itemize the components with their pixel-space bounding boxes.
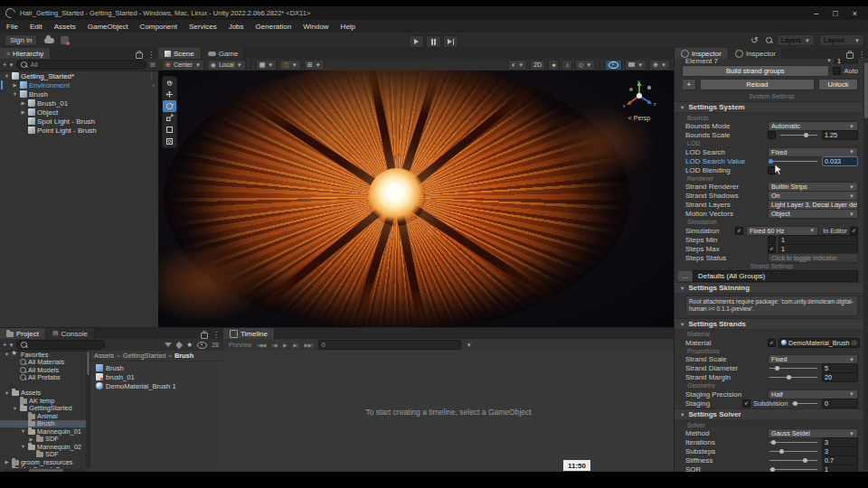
hand-tool-button[interactable] <box>163 77 176 89</box>
project-tree-item[interactable]: All Models <box>0 366 90 374</box>
breadcrumb[interactable]: Assets> GettingStarted> Brush <box>90 351 223 361</box>
slider-knob[interactable] <box>779 449 784 454</box>
inspector-row[interactable]: Steps Max ✓ 1▼ 1 1 1 <box>675 244 863 253</box>
inspector-row[interactable]: Bounds Scale 1.25▼ 1.25 1.25 1.25 <box>675 131 863 140</box>
menu-item[interactable]: Generation <box>256 23 292 31</box>
menu-item[interactable]: GameObject <box>88 23 128 31</box>
inspector-row[interactable]: LOD Blending ▼ <box>675 165 863 174</box>
project-tree-item[interactable]: ▼ Assets <box>0 389 90 398</box>
project-file[interactable]: DemoMaterial_Brush 1 <box>90 381 223 390</box>
item-trailing-icon[interactable]: › <box>153 82 155 89</box>
inspector-row[interactable]: Root attachments require package: 'com.u… <box>675 295 863 317</box>
add-object-button[interactable]: + ▼ <box>3 61 14 69</box>
menu-item[interactable]: Assets <box>54 23 76 31</box>
snap-settings-dropdown[interactable]: ◫▼ <box>279 60 301 70</box>
layout-dropdown[interactable]: Layout▼ <box>819 34 864 46</box>
hierarchy-search-input[interactable]: All <box>16 60 146 70</box>
foldout-arrow-icon[interactable]: ▶ <box>28 436 34 442</box>
orientation-gizmo[interactable]: y x z < Persp <box>618 78 661 121</box>
inspector-row[interactable]: Material ✓ DemoMaterial_Brush▼ DemoMater… <box>675 338 863 347</box>
tab-inspector-1[interactable]: Inspector <box>675 48 729 59</box>
transport-button[interactable]: |◀◀ <box>258 342 266 348</box>
gizmos-dropdown[interactable]: ⊕▼ <box>649 60 670 70</box>
inspector-row[interactable]: Motion Vectors Object▼ Object Object Obj… <box>675 210 863 219</box>
object-reference-field[interactable]: DemoMaterial_Brush◎ <box>778 338 860 348</box>
foldout-arrow-icon[interactable]: ▼ <box>4 352 10 357</box>
inspector-row[interactable]: Staging ✓ Subdivision 0▼ 0 0 0 <box>675 399 863 408</box>
unlock-button[interactable]: Unlock <box>818 79 858 90</box>
foldout-arrow-icon[interactable]: ▼ <box>12 406 18 411</box>
inspector-row[interactable]: Staging Precision Half▼ Half Half Half <box>675 389 863 399</box>
property-checkbox[interactable]: ✓ <box>735 227 743 235</box>
project-tree-item[interactable]: ▼ Mannequin_01 <box>0 427 90 436</box>
status-button-field[interactable]: Click to toggle indicator. <box>768 253 858 263</box>
transform-tool-button[interactable] <box>163 136 176 147</box>
project-search-input[interactable] <box>16 340 105 350</box>
inspector-row[interactable]: Strand Margin 20▼ 20 20 20 <box>675 373 863 382</box>
foldout-arrow-icon[interactable]: ▶ <box>20 100 26 106</box>
build-strand-groups-button[interactable]: Build strand groups <box>682 65 829 77</box>
tab-project[interactable]: Project <box>0 328 46 339</box>
inspector-row[interactable]: LOD Search Fixed▼ Fixed Fixed Fixed <box>675 147 863 156</box>
lock-icon[interactable] <box>846 52 854 59</box>
project-tree-scrollbar[interactable] <box>86 351 90 468</box>
scene-visibility-toggle[interactable] <box>605 60 622 70</box>
property-value-field[interactable]: 1.25 <box>822 130 858 140</box>
add-button[interactable]: + <box>682 79 696 90</box>
hierarchy-item[interactable]: ▼ Getting_Started* ⋮ <box>0 71 158 80</box>
tab-scene[interactable]: Scene <box>158 48 202 59</box>
undo-history-icon[interactable]: ↺ <box>750 35 758 45</box>
save-search-icon[interactable]: ★ <box>186 341 193 349</box>
project-file[interactable]: Brush <box>90 363 223 372</box>
2d-toggle[interactable]: 2D <box>530 60 545 70</box>
cloud-services-icon[interactable] <box>44 38 54 43</box>
foldout-arrow-icon[interactable]: ▼ <box>12 91 18 97</box>
property-checkbox[interactable] <box>768 236 776 244</box>
menu-item[interactable]: Jobs <box>229 23 244 31</box>
foldout-arrow-icon[interactable]: ▼ <box>4 390 10 396</box>
project-tree-item[interactable]: ▶ groom_resources <box>0 458 90 466</box>
move-snap-dropdown[interactable]: ⊞▼ <box>304 60 325 70</box>
property-dropdown[interactable]: Fixed 60 Hz▼ <box>746 226 818 236</box>
inspector-row[interactable]: Settings Skinning ▼ <box>675 282 863 294</box>
panel-menu-icon[interactable]: ⋮ <box>858 52 865 59</box>
inspector-row[interactable]: Substeps 3▼ 3 3 3 <box>675 447 863 456</box>
layers-dropdown[interactable]: Layers▼ <box>777 34 815 46</box>
search-icon[interactable] <box>766 37 772 43</box>
inspector-row[interactable]: Settings Solver ▼ <box>675 408 863 420</box>
grid-visibility-dropdown[interactable]: ▦▼ <box>256 60 278 70</box>
handle-space-dropdown[interactable]: ◉Local▼ <box>207 60 246 70</box>
project-file[interactable]: brush_01 <box>90 372 223 381</box>
tab-inspector-2[interactable]: Inspector <box>729 48 783 59</box>
inspector-row[interactable]: Iterations 3▼ 3 3 3 <box>675 438 863 447</box>
pause-button[interactable] <box>426 35 441 48</box>
sign-in-button[interactable]: Sign in <box>5 34 37 46</box>
slider-knob[interactable] <box>771 440 776 445</box>
menu-item[interactable]: Edit <box>30 23 42 31</box>
inspector-row[interactable]: Stiffness 0.7▼ 0.7 0.7 0.7 <box>675 456 863 465</box>
foldout-arrow-icon[interactable]: ▶ <box>4 467 10 468</box>
inspector-row[interactable]: System Settings ▼ <box>675 92 863 100</box>
project-tree-item[interactable]: ▼ Favorites <box>0 351 90 359</box>
foldout-arrow-icon[interactable]: ▼ <box>4 73 10 79</box>
project-tree-item[interactable]: AK temp <box>0 397 90 405</box>
hierarchy-item[interactable]: Spot Light - Brush <box>0 117 158 126</box>
rect-tool-button[interactable] <box>163 124 176 136</box>
transport-button[interactable]: ▶| <box>293 342 297 348</box>
slider-knob[interactable] <box>775 366 779 371</box>
frame-number-field[interactable]: 0 <box>318 340 461 350</box>
scale-tool-button[interactable] <box>163 112 176 124</box>
group-more-button[interactable]: ... <box>678 271 693 281</box>
reload-button[interactable]: Reload <box>700 79 815 90</box>
inspector-row[interactable]: Method Gauss Seidel▼ Gauss Seidel Gauss … <box>675 429 863 438</box>
inspector-row[interactable]: LOD Search Value 0.033▼ 0.033 0.033 0.03… <box>675 156 863 165</box>
step-button[interactable] <box>443 35 458 48</box>
foldout-arrow-icon[interactable]: ▼ <box>20 444 26 449</box>
tab-timeline[interactable]: Timeline <box>223 328 275 339</box>
inspector-row[interactable]: Strand Scale Fixed▼ Fixed Fixed Fixed <box>675 355 863 364</box>
tab-console[interactable]: ▤Console <box>46 328 95 339</box>
scene-lighting-toggle[interactable]: ● <box>548 60 559 70</box>
property-value-field[interactable]: 20 <box>822 372 858 382</box>
project-tree-item[interactable]: All Materials <box>0 359 90 367</box>
panel-menu-icon[interactable]: ⋮ <box>212 332 220 339</box>
